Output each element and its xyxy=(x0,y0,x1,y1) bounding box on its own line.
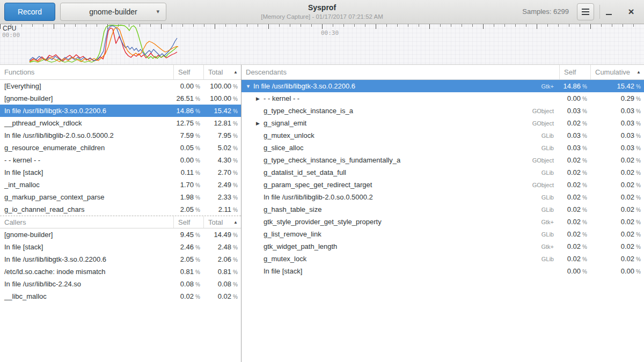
close-button[interactable]: × xyxy=(624,4,639,19)
timeline-mid-label: 00:30 xyxy=(321,29,339,36)
table-row[interactable]: g_param_spec_get_redirect_targetGObject0… xyxy=(241,179,644,191)
percent-value: 0.08% xyxy=(203,280,241,288)
library-tag: GObject xyxy=(532,182,559,188)
percent-value: 0.02% xyxy=(590,168,644,176)
table-row[interactable]: In file [stack]2.46%2.48% xyxy=(0,241,241,253)
row-name-cell: In file /usr/lib/libglib-2.0.so.0.5000.2 xyxy=(0,131,173,139)
table-row[interactable]: In file [stack]0.11%2.70% xyxy=(0,166,241,179)
percent-value: 0.02% xyxy=(559,168,590,176)
self-column-header[interactable]: Self xyxy=(173,216,203,228)
row-label: g_type_check_instance_is_fundamentally_a xyxy=(264,156,400,164)
row-label: __libc_malloc xyxy=(4,292,47,300)
row-label: In file /usr/lib/libgtk-3.so.0.2200.6 xyxy=(4,255,106,263)
row-label: - - kernel - - xyxy=(264,94,299,102)
table-row[interactable]: __pthread_rwlock_rdlock12.75%12.81% xyxy=(0,117,241,129)
chevron-down-icon: ▾ xyxy=(156,8,159,15)
row-label: In file /usr/lib/libgtk-3.so.0.2200.6 xyxy=(253,82,355,90)
table-row[interactable]: g_type_check_instance_is_fundamentally_a… xyxy=(241,154,644,166)
row-name-cell: In file [stack] xyxy=(241,267,559,275)
percent-value: 100.00% xyxy=(203,94,241,102)
table-row[interactable]: [Everything]0.00%100.00% xyxy=(0,80,241,92)
table-row[interactable]: gtk_widget_path_lengthGtk+0.02%0.02% xyxy=(241,240,644,253)
table-row[interactable]: - - kernel - -0.00%4.30% xyxy=(0,154,241,166)
row-label: In file /usr/lib/libc-2.24.so xyxy=(4,280,81,288)
callers-column-header[interactable]: Callers xyxy=(0,216,173,228)
row-label: In file [stack] xyxy=(264,267,302,275)
table-row[interactable]: g_mutex_unlockGLib0.03%0.03% xyxy=(241,129,644,142)
table-row[interactable]: In file [stack]0.00%0.00% xyxy=(241,265,644,277)
timeline-start-label: 00:00 xyxy=(2,32,20,39)
library-tag: Gtk+ xyxy=(541,243,559,250)
percent-value: 0.00% xyxy=(173,82,203,90)
row-name-cell: /etc/ld.so.cache: inode mismatch xyxy=(0,268,173,276)
table-row[interactable]: g_slice_allocGLib0.03%0.03% xyxy=(241,142,644,154)
expander-collapsed-icon[interactable]: ▶ xyxy=(256,121,264,126)
table-row[interactable]: __libc_malloc0.02%0.02% xyxy=(0,290,241,302)
percent-value: 2.48% xyxy=(203,243,241,251)
descendants-panel: Descendants Self Cumulative ▲ ▼In file /… xyxy=(241,65,644,362)
descendants-column-header[interactable]: Descendants xyxy=(241,65,559,79)
percent-value: 14.86% xyxy=(559,82,590,90)
expander-collapsed-icon[interactable]: ▶ xyxy=(256,96,264,101)
row-name-cell: g_io_channel_read_chars xyxy=(0,205,173,213)
row-label: In file /usr/lib/libglib-2.0.so.0.5000.2 xyxy=(4,131,114,139)
table-row[interactable]: g_io_channel_read_chars2.05%2.11% xyxy=(0,203,241,216)
hamburger-menu-button[interactable] xyxy=(577,3,594,20)
table-row[interactable]: g_datalist_id_set_data_fullGLib0.02%0.02… xyxy=(241,166,644,179)
cumulative-column-header[interactable]: Cumulative ▲ xyxy=(590,65,644,79)
table-row[interactable]: ▶g_signal_emitGObject0.02%0.03% xyxy=(241,117,644,129)
self-column-header[interactable]: Self xyxy=(559,65,590,79)
table-row[interactable]: g_mutex_lockGLib0.02%0.02% xyxy=(241,253,644,265)
percent-value: 0.02% xyxy=(559,156,590,164)
row-name-cell: In file /usr/lib/libglib-2.0.so.0.5000.2… xyxy=(241,193,559,201)
expander-expanded-icon[interactable]: ▼ xyxy=(246,84,253,89)
total-column-header[interactable]: Total ▲ xyxy=(203,65,241,79)
table-row[interactable]: g_resource_enumerate_children0.05%5.02% xyxy=(0,142,241,154)
percent-value: 1.70% xyxy=(173,181,203,189)
cpu-core-blue xyxy=(30,26,177,61)
process-selector-dropdown[interactable]: gnome-builder ▾ xyxy=(60,3,166,21)
table-row[interactable]: ▼In file /usr/lib/libgtk-3.so.0.2200.6Gt… xyxy=(241,80,644,92)
table-row[interactable]: [gnome-builder]9.45%14.49% xyxy=(0,228,241,241)
row-label: g_mutex_lock xyxy=(264,255,306,263)
row-label: g_io_channel_read_chars xyxy=(4,205,85,213)
row-label: g_slice_alloc xyxy=(264,144,303,152)
library-tag: GLib xyxy=(541,145,559,151)
percent-value: 0.11% xyxy=(173,168,203,176)
table-row[interactable]: gtk_style_provider_get_style_propertyGtk… xyxy=(241,216,644,228)
percent-value: 0.05% xyxy=(173,144,203,152)
table-row[interactable]: In file /usr/lib/libglib-2.0.so.0.5000.2… xyxy=(0,129,241,142)
self-column-header[interactable]: Self xyxy=(173,65,203,79)
minimize-button[interactable] xyxy=(601,4,616,19)
row-label: g_mutex_unlock xyxy=(264,131,314,139)
library-tag: GObject xyxy=(532,120,559,127)
percent-value: 0.03% xyxy=(590,119,644,127)
total-column-header[interactable]: Total ▲ xyxy=(203,216,241,228)
percent-value: 1.98% xyxy=(173,193,203,201)
table-row[interactable]: /etc/ld.so.cache: inode mismatch0.81%0.8… xyxy=(0,265,241,278)
callers-table-header[interactable]: Callers Self Total ▲ xyxy=(0,216,241,228)
cpu-graph[interactable]: CPU 00:00 00:30 xyxy=(0,24,644,64)
table-row[interactable]: In file /usr/lib/libc-2.24.so0.08%0.08% xyxy=(0,278,241,290)
functions-callers-panel: Functions Self Total ▲ [Everything]0.00%… xyxy=(0,65,241,362)
table-row[interactable]: _int_malloc1.70%2.49% xyxy=(0,179,241,191)
row-label: _int_malloc xyxy=(4,181,40,189)
table-row[interactable]: g_list_remove_linkGLib0.02%0.02% xyxy=(241,228,644,240)
library-tag: GLib xyxy=(541,132,559,139)
row-label: g_type_check_instance_is_a xyxy=(264,107,353,115)
sort-ascending-icon: ▲ xyxy=(636,70,641,75)
functions-column-header[interactable]: Functions xyxy=(0,65,173,79)
row-label: __pthread_rwlock_rdlock xyxy=(4,119,82,127)
table-row[interactable]: [gnome-builder]26.51%100.00% xyxy=(0,92,241,105)
table-row[interactable]: In file /usr/lib/libgtk-3.so.0.2200.62.0… xyxy=(0,253,241,265)
row-name-cell: g_mutex_unlockGLib xyxy=(241,131,559,139)
table-row[interactable]: g_hash_table_sizeGLib0.02%0.02% xyxy=(241,203,644,216)
row-name-cell: g_mutex_lockGLib xyxy=(241,255,559,263)
table-row[interactable]: ▶- - kernel - -0.00%0.29% xyxy=(241,92,644,105)
table-row[interactable]: In file /usr/lib/libgtk-3.so.0.2200.614.… xyxy=(0,105,241,117)
record-button[interactable]: Record xyxy=(4,3,55,21)
table-row[interactable]: In file /usr/lib/libglib-2.0.so.0.5000.2… xyxy=(241,191,644,203)
table-row[interactable]: g_type_check_instance_is_aGObject0.03%0.… xyxy=(241,105,644,117)
table-row[interactable]: g_markup_parse_context_parse1.98%2.33% xyxy=(0,191,241,203)
percent-value: 26.51% xyxy=(173,94,203,102)
